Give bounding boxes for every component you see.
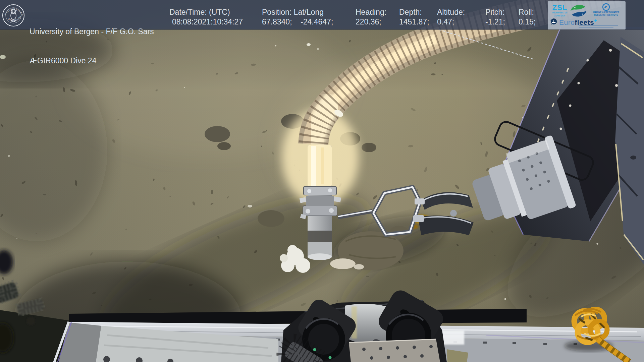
partner-logos-panel: ZSL INSTITUTE OF ZOOLOGY MARINE & FRESHW… (548, 1, 626, 29)
rov-video-frame: TITAN (0, 0, 644, 362)
zsl-acronym: ZSL (550, 4, 569, 11)
telemetry-overlay-bar: UNIVERSITAS BERGENSIS University of Berg… (0, 0, 644, 29)
mfri-wave-icon (602, 3, 610, 11)
roll-label: Roll: (519, 7, 536, 17)
eurofleets-globe-icon (550, 17, 558, 25)
datetime-label: Date/Time: (UTC) (169, 7, 243, 17)
depth-label: Depth: (399, 7, 429, 17)
altitude-label: Altitude: (437, 7, 465, 17)
altitude-value: 0.47; (437, 17, 465, 27)
eurofleets-wordmark: Eurofleets+ (559, 17, 597, 26)
zsl-logo: ZSL INSTITUTE OF ZOOLOGY (550, 4, 569, 17)
eurofleets-logo: Eurofleets+ (550, 17, 624, 26)
heading-label: Heading: (356, 7, 386, 17)
shell-fragment (330, 258, 356, 269)
field-position: Position: Lat/Long 67.8340; -24.4647; (262, 7, 333, 27)
field-pitch: Pitch: -1.21; (485, 7, 505, 27)
zsl-sub1: INSTITUTE OF (550, 12, 569, 14)
uib-seal-logo: UNIVERSITAS BERGENSIS (1, 2, 25, 27)
depth-value: 1451.87; (399, 17, 429, 27)
pitch-value: -1.21; (485, 17, 505, 27)
mfri-line2: RESEARCH INSTITUTE (589, 14, 624, 16)
dive-title: ÆGIR6000 Dive 24 (30, 56, 154, 66)
field-datetime: Date/Time: (UTC) 08:08:2021:10:34:27 (169, 7, 243, 27)
feed-titles: University of Bergen - F/F G.O. Sars ÆGI… (30, 7, 154, 85)
pitch-label: Pitch: (485, 7, 505, 17)
field-roll: Roll: 0.15; (519, 7, 536, 27)
mfri-line1: MARINE & FRESHWATER (589, 11, 624, 14)
vessel-title: University of Bergen - F/F G.O. Sars (30, 27, 154, 37)
datetime-value: 08:08:2021:10:34:27 (172, 17, 243, 27)
field-depth: Depth: 1451.87; (399, 7, 429, 27)
fish-logo (569, 3, 588, 18)
field-heading: Heading: 220.36; (356, 7, 386, 27)
mfri-logo: MARINE & FRESHWATER RESEARCH INSTITUTE (589, 3, 624, 16)
field-altitude: Altitude: 0.47; (437, 7, 465, 27)
roll-value: 0.15; (519, 17, 536, 27)
heading-value: 220.36; (356, 17, 386, 27)
position-value: 67.8340; -24.4647; (262, 17, 333, 27)
eurofleets-tagline (579, 25, 619, 28)
perforated-plate (349, 339, 440, 362)
position-label: Position: Lat/Long (262, 7, 333, 17)
